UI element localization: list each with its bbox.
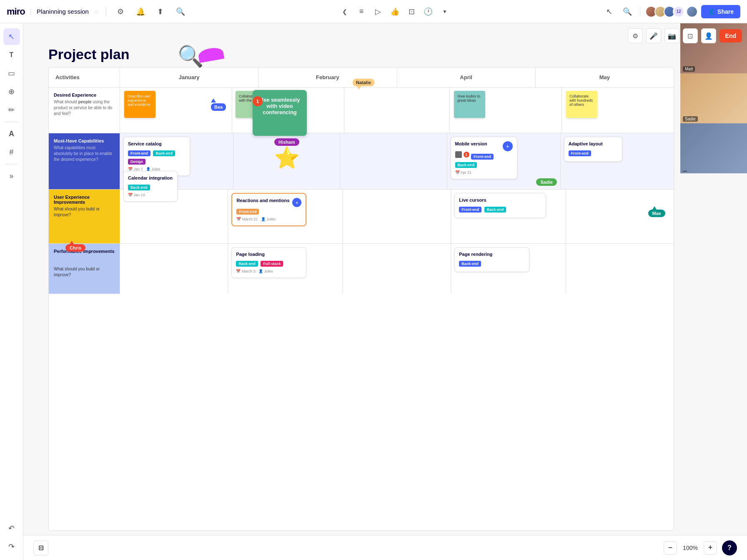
undo-tool[interactable]: ↶ bbox=[3, 520, 20, 537]
row-label-ux: User Experience Improvements What should… bbox=[49, 190, 120, 243]
cell-perf-may bbox=[566, 244, 674, 294]
board-title: Planinning session bbox=[37, 8, 89, 15]
project-title: Project plan bbox=[48, 46, 130, 62]
zoom-out-button[interactable]: − bbox=[664, 541, 677, 555]
person-icon[interactable]: 👤 bbox=[701, 28, 716, 43]
cell-must-mid bbox=[340, 133, 446, 189]
share-button[interactable]: 👤 Share bbox=[701, 5, 740, 18]
star-emoji: ⭐ bbox=[274, 146, 300, 170]
gear-icon[interactable]: ⚙ bbox=[113, 4, 128, 19]
cell-ux-jan: Chris bbox=[120, 190, 228, 243]
more-tools[interactable]: » bbox=[3, 168, 20, 184]
tag-fe-cursors: Front-end bbox=[459, 207, 481, 212]
arrow-left-icon[interactable]: ❮ bbox=[337, 4, 352, 19]
clock-icon[interactable]: 🕐 bbox=[421, 4, 436, 19]
settings-panel-icon[interactable]: ⚙ bbox=[628, 28, 643, 43]
canvas-area: ↖ T ▭ ⊕ ✏ A # » ↶ ↷ ⚙ 🎤 📷 ⊡ 👤 End Matt bbox=[0, 23, 747, 560]
video-panel-sadie: Sadie bbox=[680, 73, 747, 123]
video-panels: Matt Sadie bbox=[680, 23, 747, 173]
sticky-collaborate-hundreds: Collaborate with hundreds of others bbox=[566, 91, 597, 118]
col-header-may: May bbox=[535, 68, 674, 87]
card-page-loading[interactable]: Page loading Back-end Full-stack 📅 March… bbox=[231, 247, 306, 278]
main-canvas[interactable]: ⚙ 🎤 📷 ⊡ 👤 End Matt Sadie Project plan 🔍 bbox=[23, 23, 747, 560]
cursor-icon[interactable]: ↖ bbox=[602, 4, 617, 19]
card-reactions[interactable]: Reactions and mentions + Front-end 📅 Mar… bbox=[231, 193, 306, 226]
video-label-person3 bbox=[683, 171, 687, 172]
row-ux: User Experience Improvements What should… bbox=[49, 190, 674, 244]
card-live-cursors[interactable]: Live cursors Front-end Back-end bbox=[454, 193, 546, 218]
board-content: Project plan 🔍 Bea Natalie 1 Activities bbox=[48, 46, 674, 531]
chevron-down-icon[interactable]: ▼ bbox=[437, 4, 452, 19]
zoom-in-button[interactable]: + bbox=[704, 541, 717, 555]
cell-must-apr: Mobile version + 1 Front-end Back-end bbox=[447, 133, 560, 189]
cursor-bea: Bea bbox=[211, 98, 226, 111]
present-icon[interactable]: ▷ bbox=[371, 4, 386, 19]
mobile-badge: 1 bbox=[464, 152, 469, 158]
text-tool[interactable]: T bbox=[3, 47, 20, 63]
card-page-rendering[interactable]: Page rendering Back-end bbox=[454, 247, 529, 272]
pen-tool[interactable]: ✏ bbox=[3, 102, 20, 118]
top-nav: miro | Planinning session ☆ ⚙ 🔔 ⬆ 🔍 ❮ ≡ … bbox=[0, 0, 747, 23]
cell-must-feb: Hisham ⭐ bbox=[233, 133, 340, 189]
sticky-describe: Describe user experience and emotions bbox=[124, 91, 155, 118]
avatar bbox=[686, 6, 698, 18]
upload-icon[interactable]: ⬆ bbox=[153, 4, 168, 19]
col-header-jan: January bbox=[120, 68, 258, 87]
cell-ux-mid bbox=[343, 190, 451, 243]
card-service-catalog[interactable]: Service catalog Front-end Back-end Desig… bbox=[123, 137, 190, 176]
tag-be-mobile: Back-end bbox=[455, 162, 477, 168]
search-icon[interactable]: 🔍 bbox=[173, 4, 188, 19]
share-person-icon: 👤 bbox=[708, 8, 715, 15]
cell-ux-feb: Reactions and mentions + Front-end 📅 Mar… bbox=[228, 190, 342, 243]
center-toolbar: ❮ ≡ ▷ 👍 ⊡ 🕐 ▼ bbox=[193, 4, 597, 19]
card-mobile-add[interactable]: + bbox=[503, 141, 513, 151]
select-tool[interactable]: ↖ bbox=[3, 28, 20, 45]
canvas-top-right: ⚙ 🎤 📷 ⊡ 👤 End bbox=[628, 28, 742, 43]
bell-icon[interactable]: 🔔 bbox=[133, 4, 148, 19]
row-must-have: Must-Have Capabilities What capabilities… bbox=[49, 133, 674, 190]
avatar-group: 12 bbox=[645, 6, 698, 18]
star-icon[interactable]: ☆ bbox=[94, 8, 99, 15]
sticky-kudos: Give kudos to great ideas bbox=[454, 91, 485, 118]
frame-icon[interactable]: ⊡ bbox=[404, 4, 419, 19]
reactions-add-btn[interactable]: + bbox=[292, 198, 301, 207]
share-screen-icon[interactable]: ⊡ bbox=[683, 28, 698, 43]
mascot-eye: 🔍 bbox=[178, 44, 203, 68]
cell-perf-mid bbox=[343, 244, 451, 294]
teal-box-video: Use seamlessly with video conferencing bbox=[253, 90, 307, 136]
cursor-chris: Chris bbox=[65, 241, 85, 252]
row-performance: Performance Improvements What should you… bbox=[49, 244, 674, 294]
row-label-desired: Desired Experience What should people us… bbox=[49, 88, 120, 133]
connect-tool[interactable]: ⊕ bbox=[3, 83, 20, 100]
col-header-apr: April bbox=[397, 68, 535, 87]
cell-desired-apr: Give kudos to great ideas bbox=[449, 88, 562, 133]
redo-tool[interactable]: ↷ bbox=[3, 538, 20, 555]
cell-must-may: Adaptive layout Front-end bbox=[560, 133, 674, 189]
mic-icon[interactable]: 🎤 bbox=[646, 28, 661, 43]
cell-must-jan: Service catalog Front-end Back-end Desig… bbox=[120, 133, 233, 189]
zoom-controls: − 100% + ? bbox=[664, 540, 737, 555]
thumb-up-icon[interactable]: 👍 bbox=[387, 4, 402, 19]
left-toolbar: ↖ T ▭ ⊕ ✏ A # » ↶ ↷ bbox=[0, 23, 23, 560]
cell-desired-may: Collaborate with hundreds of others bbox=[562, 88, 674, 133]
tag-backend: Back-end bbox=[153, 150, 175, 156]
card-adaptive[interactable]: Adaptive layout Front-end bbox=[564, 137, 622, 162]
end-button[interactable]: End bbox=[719, 29, 742, 42]
zoom-icon[interactable]: 🔍 bbox=[620, 4, 635, 19]
cursor-natalie: Natalie bbox=[353, 79, 374, 90]
video-panel-person3 bbox=[680, 123, 747, 173]
table-icon[interactable]: ≡ bbox=[354, 4, 369, 19]
sticky-tool[interactable]: ▭ bbox=[3, 65, 20, 82]
tag-be-loading: Back-end bbox=[236, 261, 258, 267]
row-label-must-have: Must-Have Capabilities What capabilities… bbox=[49, 133, 120, 189]
cursor-sadie: Sadie bbox=[536, 178, 556, 186]
help-button[interactable]: ? bbox=[722, 540, 737, 555]
frame-tool[interactable]: # bbox=[3, 144, 20, 160]
cursor-mae: Mae bbox=[648, 206, 665, 217]
tag-frontend: Front-end bbox=[128, 150, 150, 156]
video-icon[interactable]: 📷 bbox=[664, 28, 679, 43]
card-mobile[interactable]: Mobile version + 1 Front-end Back-end bbox=[451, 137, 517, 179]
cell-perf-feb: Page loading Back-end Full-stack 📅 March… bbox=[228, 244, 342, 294]
sidebar-toggle-btn[interactable]: ⊟ bbox=[33, 540, 48, 555]
letter-tool[interactable]: A bbox=[3, 125, 20, 142]
